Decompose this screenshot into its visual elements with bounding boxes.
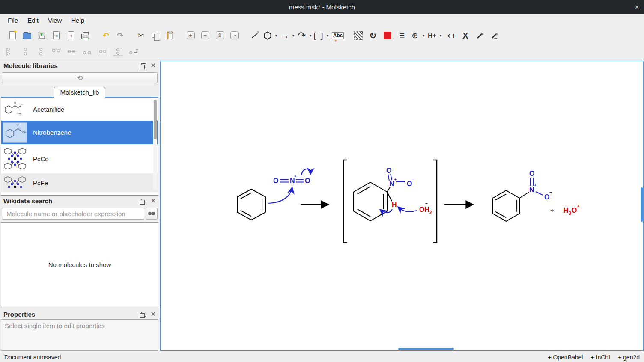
list-item-pcfe[interactable]: PcFe [1, 173, 158, 192]
align-center-vertical-button[interactable] [21, 48, 31, 56]
open-button[interactable] [20, 29, 34, 42]
list-item-nitrobenzene[interactable]: N O OH Nitrobenzene [1, 121, 158, 144]
align-bottom-button[interactable] [82, 48, 92, 56]
menu-view[interactable]: View [44, 15, 67, 25]
zoom-out-button[interactable]: − [198, 29, 212, 42]
wikidata-panel-header: Wikidata search ✕ [0, 196, 159, 206]
paste-icon [167, 32, 173, 39]
mechanism-arrow-icon [476, 31, 484, 40]
tab-molsketch-lib[interactable]: Molsketch_lib [54, 87, 106, 98]
nitrobenzene-product[interactable]: N + O O − [493, 170, 552, 221]
hydrogen-remove-button[interactable]: ↤ [444, 29, 458, 42]
nitronium-ion[interactable]: O N + O [273, 169, 310, 184]
mechanism-tool-button[interactable] [473, 29, 487, 42]
align-top-button[interactable] [51, 48, 62, 56]
menu-edit[interactable]: Edit [23, 15, 44, 25]
delete-button[interactable]: X [458, 29, 473, 42]
reactant-benzene[interactable] [237, 189, 265, 220]
canvas-vertical-scrollbar[interactable] [641, 187, 643, 222]
flip-rotate-button[interactable] [128, 48, 139, 56]
print-button[interactable] [78, 29, 92, 42]
properties-float-button[interactable] [141, 312, 146, 317]
align-right-button[interactable] [36, 48, 46, 56]
zoom-fit-button[interactable]: ⌐¬ [227, 29, 242, 42]
hydrogen-add-button[interactable]: H+ [426, 29, 438, 42]
ring-dropdown[interactable]: ▾ [273, 33, 279, 38]
arrow-dropdown[interactable]: ▾ [290, 33, 296, 38]
selection-mode-button[interactable] [351, 29, 366, 42]
wikidata-float-button[interactable] [141, 199, 146, 203]
canvas-horizontal-scrollbar[interactable] [398, 348, 454, 350]
svg-text:O: O [572, 207, 577, 214]
charge-button[interactable]: ⊕ [409, 29, 420, 42]
libraries-float-button[interactable] [141, 63, 146, 68]
menu-file[interactable]: File [3, 15, 23, 25]
scrollbar-thumb[interactable] [154, 100, 157, 139]
brackets-button[interactable]: [ ] [313, 29, 325, 42]
electron-pair-arrow-hook[interactable] [301, 169, 310, 175]
menu-help[interactable]: Help [67, 15, 89, 25]
main-toolbar: ⇥ ↦ ↶ ↷ ✂ + − 1 ⌐¬ ▾ → ▾ ↷ ▾ [ ] ▾ Abc ↻… [0, 27, 644, 44]
window-close-button[interactable]: × [635, 0, 639, 14]
wikidata-close-button[interactable]: ✕ [150, 197, 156, 205]
cut-icon: ✂ [137, 32, 144, 39]
svg-text:H: H [14, 101, 16, 104]
binoculars-icon [148, 211, 155, 216]
hydrogen-dropdown[interactable]: ▾ [438, 33, 444, 38]
wikidata-search-input[interactable] [2, 208, 144, 220]
restore-icon [141, 312, 146, 317]
library-scrollbar[interactable] [153, 99, 157, 190]
reaction-arrow-button[interactable]: → [279, 29, 290, 42]
drawing-canvas[interactable]: O N + O [160, 61, 644, 351]
menu-bar: File Edit View Help [0, 14, 644, 27]
distribute-horizontal-button[interactable] [98, 48, 108, 56]
copy-button[interactable] [148, 29, 163, 42]
curved-arrow-dropdown[interactable]: ▾ [307, 33, 313, 38]
flip-arrow-icon [133, 48, 138, 53]
export-button[interactable]: ↦ [63, 29, 78, 42]
distribute-vertical-button[interactable] [113, 48, 123, 56]
text-tool-button[interactable]: Abc [331, 29, 345, 42]
cut-button[interactable]: ✂ [134, 29, 148, 42]
libraries-panel-title: Molecule libraries [3, 62, 58, 69]
list-item-label: PcFe [33, 179, 48, 187]
mechanism-tool-alt-button[interactable] [487, 29, 502, 42]
window-title: mess.msk* - Molsketch [289, 3, 355, 11]
import-button[interactable]: ⇥ [49, 29, 63, 42]
svg-text:O: O [529, 170, 534, 177]
wikidata-search-button[interactable] [146, 208, 158, 220]
ring-tool-button[interactable] [262, 29, 273, 42]
refresh-libraries-button[interactable]: ⟲ [2, 72, 158, 83]
red-color-swatch-icon [384, 32, 391, 39]
new-document-button[interactable] [5, 29, 20, 42]
rotate-button[interactable]: ↻ [366, 29, 380, 42]
electron-pair-arrow-rearomatize[interactable] [381, 209, 392, 213]
zoom-reset-button[interactable]: 1 [212, 29, 227, 42]
zoom-in-button[interactable]: + [183, 29, 198, 42]
hydroxide[interactable]: OH 2 − [399, 201, 432, 215]
undo-button[interactable]: ↶ [98, 29, 113, 42]
svg-text:O: O [407, 180, 412, 187]
line-width-button[interactable]: ≡ [395, 29, 409, 42]
paste-button[interactable] [163, 29, 177, 42]
redo-button[interactable]: ↷ [113, 29, 128, 42]
charge-dropdown[interactable]: ▾ [420, 33, 426, 38]
brackets-dropdown[interactable]: ▾ [325, 33, 331, 38]
hydronium-ion[interactable]: H 3 O + [564, 204, 580, 216]
molecule-libraries-panel: Molecule libraries ✕ ⟲ Molsketch_lib [0, 60, 159, 196]
svg-text:OH: OH [419, 206, 429, 213]
save-button[interactable] [34, 29, 49, 42]
list-item-acetanilide[interactable]: H O CH₃ Acetanilide [1, 98, 158, 121]
align-middle-button[interactable] [67, 48, 77, 56]
curved-arrow-button[interactable]: ↷ [296, 29, 307, 42]
align-left-button[interactable] [5, 48, 15, 56]
libraries-close-button[interactable]: ✕ [150, 62, 156, 69]
electron-pair-arrow-deprotonate[interactable] [399, 208, 417, 212]
arenium-intermediate[interactable]: N + O O − H [354, 167, 414, 221]
draw-bond-button[interactable] [247, 29, 262, 42]
properties-close-button[interactable]: ✕ [150, 310, 156, 318]
list-item-pcco[interactable]: PcCo [1, 144, 158, 173]
rotate-icon: ↻ [370, 31, 377, 40]
electron-pair-arrow-attack[interactable] [268, 188, 292, 203]
color-button[interactable] [380, 29, 395, 42]
